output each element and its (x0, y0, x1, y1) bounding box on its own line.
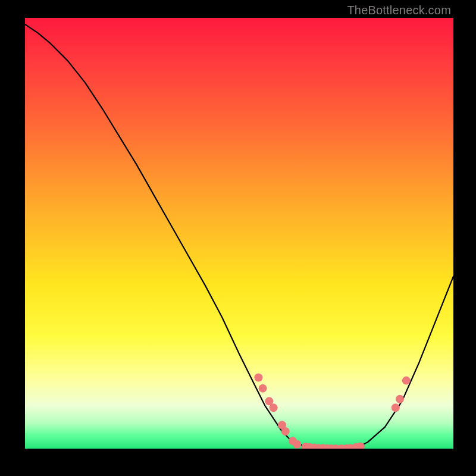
attribution-text: TheBottleneck.com (347, 4, 451, 17)
chart-frame (25, 18, 453, 449)
chart-gradient-background (25, 18, 453, 449)
